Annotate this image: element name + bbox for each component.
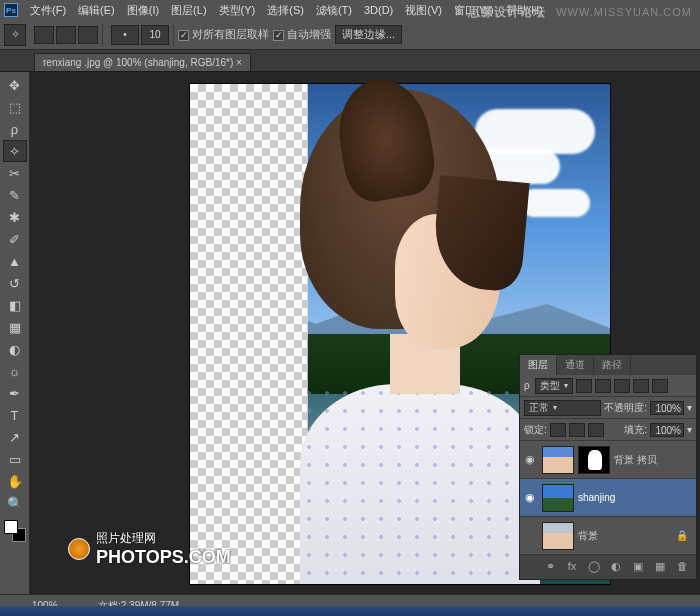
stamp-tool[interactable]: ▲ <box>3 250 27 272</box>
zoom-tool[interactable]: 🔍 <box>3 492 27 514</box>
auto-enhance-label: 自动增强 <box>287 28 331 40</box>
chevron-down-icon[interactable]: ▾ <box>687 402 692 413</box>
layer-row[interactable]: ◉ shanjing <box>520 479 696 517</box>
new-selection-icon[interactable] <box>34 26 54 44</box>
eyedropper-tool[interactable]: ✎ <box>3 184 27 206</box>
layer-thumb-icon[interactable] <box>542 484 574 512</box>
app-window: Ps 文件(F) 编辑(E) 图像(I) 图层(L) 类型(Y) 选择(S) 滤… <box>0 0 700 616</box>
fill-field[interactable]: 100% <box>650 423 684 437</box>
layer-menu[interactable]: 图层(L) <box>165 3 212 18</box>
layer-name[interactable]: 背景 <box>578 529 598 543</box>
image-menu[interactable]: 图像(I) <box>121 3 165 18</box>
filter-menu[interactable]: 滤镜(T) <box>310 3 358 18</box>
chevron-down-icon: ▾ <box>564 378 568 393</box>
filter-shape-icon[interactable] <box>633 379 649 393</box>
marquee-tool[interactable]: ⬚ <box>3 96 27 118</box>
sample-all-option[interactable]: ✓对所有图层取样 <box>178 27 269 42</box>
move-tool[interactable]: ✥ <box>3 74 27 96</box>
tool-palette: ✥ ⬚ ρ ✧ ✂ ✎ ✱ ✐ ▲ ↺ ◧ ▦ ◐ ☼ ✒ T ↗ ▭ ✋ 🔍 <box>0 72 30 594</box>
heal-tool[interactable]: ✱ <box>3 206 27 228</box>
blend-mode-dropdown[interactable]: 正常▾ <box>524 400 601 416</box>
blend-opacity-row: 正常▾ 不透明度: 100%▾ <box>520 397 696 419</box>
brush-preview[interactable]: • <box>111 25 139 45</box>
visibility-toggle[interactable]: ◉ <box>522 452 538 468</box>
layer-mask-thumb-icon[interactable] <box>578 446 610 474</box>
lock-icon: 🔒 <box>676 530 688 541</box>
layer-list: ◉ 背景 拷贝 ◉ shanjing 背景 🔒 <box>520 441 696 555</box>
lock-fill-row: 锁定: 填充: 100%▾ <box>520 419 696 441</box>
auto-enhance-option[interactable]: ✓自动增强 <box>273 27 331 42</box>
chevron-down-icon[interactable]: ▾ <box>687 424 692 435</box>
lock-position-icon[interactable] <box>569 423 585 437</box>
layer-thumb-icon[interactable] <box>542 522 574 550</box>
link-layers-icon[interactable]: ⚭ <box>542 560 558 574</box>
dodge-tool[interactable]: ☼ <box>3 360 27 382</box>
lock-all-icon[interactable] <box>588 423 604 437</box>
layers-panel-footer: ⚭ fx ◯ ◐ ▣ ▦ 🗑 <box>520 555 696 579</box>
layer-row[interactable]: ◉ 背景 拷贝 <box>520 441 696 479</box>
lock-pixels-icon[interactable] <box>550 423 566 437</box>
filter-type-icon[interactable] <box>614 379 630 393</box>
layer-name[interactable]: 背景 拷贝 <box>614 453 657 467</box>
history-brush-tool[interactable]: ↺ <box>3 272 27 294</box>
opacity-field[interactable]: 100% <box>650 401 684 415</box>
pen-tool[interactable]: ✒ <box>3 382 27 404</box>
adjustment-layer-icon[interactable]: ◐ <box>608 560 624 574</box>
brush-size-field[interactable]: 10 <box>141 25 169 45</box>
blur-tool[interactable]: ◐ <box>3 338 27 360</box>
sample-all-label: 对所有图层取样 <box>192 28 269 40</box>
quick-select-tool[interactable]: ✧ <box>3 140 27 162</box>
tab-layers[interactable]: 图层 <box>520 355 557 375</box>
fill-label: 填充: <box>624 423 647 437</box>
threed-menu[interactable]: 3D(D) <box>358 4 399 16</box>
ps-logo-icon: Ps <box>4 3 18 17</box>
canvas-area[interactable]: 图层 通道 路径 ρ 类型▾ 正常▾ 不透明度: 100%▾ <box>30 72 700 594</box>
brush-tool[interactable]: ✐ <box>3 228 27 250</box>
panel-tab-bar: 图层 通道 路径 <box>520 355 696 375</box>
options-bar: ✧ • 10 ✓对所有图层取样 ✓自动增强 调整边缘... <box>0 20 700 50</box>
add-selection-icon[interactable] <box>56 26 76 44</box>
refine-edge-button[interactable]: 调整边缘... <box>335 25 402 44</box>
gradient-tool[interactable]: ▦ <box>3 316 27 338</box>
visibility-toggle[interactable]: ◉ <box>522 490 538 506</box>
subtract-selection-icon[interactable] <box>78 26 98 44</box>
shape-tool[interactable]: ▭ <box>3 448 27 470</box>
delete-layer-icon[interactable]: 🗑 <box>674 560 690 574</box>
visibility-toggle[interactable] <box>522 528 538 544</box>
foreground-color-icon[interactable] <box>4 520 18 534</box>
filter-adjust-icon[interactable] <box>595 379 611 393</box>
brand-name: 思缘设计论坛 <box>468 5 546 19</box>
filter-pixel-icon[interactable] <box>576 379 592 393</box>
lasso-tool[interactable]: ρ <box>3 118 27 140</box>
crop-tool[interactable]: ✂ <box>3 162 27 184</box>
eraser-tool[interactable]: ◧ <box>3 294 27 316</box>
os-taskbar[interactable] <box>0 606 700 616</box>
layer-name[interactable]: shanjing <box>578 492 615 503</box>
layer-thumb-icon[interactable] <box>542 446 574 474</box>
body-shape <box>300 384 540 584</box>
color-swatch[interactable] <box>4 520 26 542</box>
tab-paths[interactable]: 路径 <box>594 355 631 375</box>
document-tab-bar: renxiang .jpg @ 100% (shanjing, RGB/16*)… <box>0 50 700 72</box>
file-menu[interactable]: 文件(F) <box>24 3 72 18</box>
document-tab-label: renxiang .jpg @ 100% (shanjing, RGB/16*)… <box>43 57 242 68</box>
filter-smart-icon[interactable] <box>652 379 668 393</box>
tab-channels[interactable]: 通道 <box>557 355 594 375</box>
select-menu[interactable]: 选择(S) <box>261 3 310 18</box>
watermark-logo-icon <box>68 538 90 560</box>
hand-tool[interactable]: ✋ <box>3 470 27 492</box>
filter-kind-dropdown[interactable]: 类型▾ <box>535 378 573 394</box>
add-mask-icon[interactable]: ◯ <box>586 560 602 574</box>
type-tool[interactable]: T <box>3 404 27 426</box>
type-menu[interactable]: 类型(Y) <box>213 3 262 18</box>
view-menu[interactable]: 视图(V) <box>399 3 448 18</box>
document-tab[interactable]: renxiang .jpg @ 100% (shanjing, RGB/16*)… <box>34 53 251 71</box>
watermark-url: PHOTOPS.COM <box>96 547 231 568</box>
new-layer-icon[interactable]: ▦ <box>652 560 668 574</box>
edit-menu[interactable]: 编辑(E) <box>72 3 121 18</box>
path-select-tool[interactable]: ↗ <box>3 426 27 448</box>
layer-fx-icon[interactable]: fx <box>564 560 580 574</box>
active-tool-icon[interactable]: ✧ <box>4 24 26 46</box>
layer-row[interactable]: 背景 🔒 <box>520 517 696 555</box>
new-group-icon[interactable]: ▣ <box>630 560 646 574</box>
